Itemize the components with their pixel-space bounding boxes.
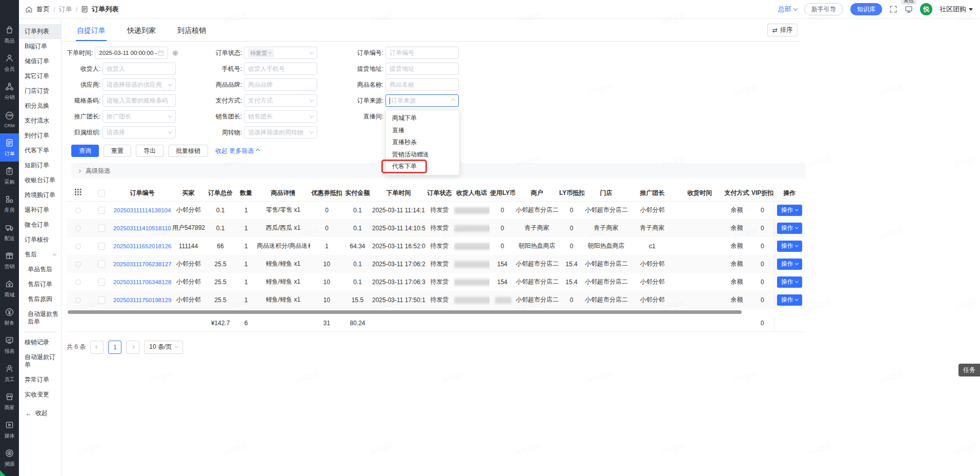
collapse-sidebar-button[interactable]: ←收起 [19,409,61,418]
row-checkbox[interactable] [98,207,105,214]
submenu-item[interactable]: 售后原因 [19,292,61,307]
dropdown-option[interactable]: 直播 [386,125,459,137]
status-tag[interactable]: 待发货× [248,49,274,57]
filter-input[interactable]: 提货地址 [385,63,459,75]
export-button[interactable]: 导出 [136,145,164,157]
submenu-item[interactable]: 支付流水 [19,113,61,128]
filter-input[interactable]: 订单编号 [385,47,459,59]
client-status[interactable]: 离线 [905,5,913,13]
row-radio[interactable] [75,208,81,213]
guide-button[interactable]: 新手引导 [804,3,843,15]
submenu-item[interactable]: 跨境购订单 [19,188,61,203]
sidebar-item-reports[interactable]: 报表 [0,331,19,359]
row-action-button[interactable]: 操作 [777,259,802,270]
sidebar-item-media[interactable]: 媒体 [0,415,19,444]
filter-input[interactable]: 请选择 [103,126,176,138]
submenu-item[interactable]: 实收变更 [19,387,61,402]
close-icon[interactable]: × [269,50,272,56]
select-all-checkbox[interactable] [98,190,105,197]
row-checkbox[interactable] [98,296,105,304]
submenu-item[interactable]: 退补订单 [19,203,61,217]
order-id-link[interactable]: 202503111410518110 [113,225,171,231]
submenu-item[interactable]: 核销记录 [19,335,61,350]
submenu-item[interactable]: 积分兑换 [19,98,61,113]
horizontal-scrollbar[interactable] [68,310,742,314]
tab-自提订单[interactable]: 自提订单 [76,21,107,41]
search-button[interactable]: 查询 [71,145,99,157]
row-checkbox[interactable] [98,225,105,232]
filter-input[interactable]: 推广团长 [103,110,176,123]
submenu-item[interactable]: 收银台订单 [19,173,61,188]
row-radio[interactable] [75,244,81,249]
submenu-item[interactable]: 储值订单 [19,54,61,69]
dropdown-option[interactable]: 直播秒杀 [386,136,459,149]
dropdown-option[interactable]: 商城下单 [386,112,459,125]
order-id-link[interactable]: 202503111706238127 [113,261,171,267]
sort-button[interactable]: ⇄ 排序 [767,24,798,36]
sidebar-item-delivery[interactable]: 配送 [0,218,19,246]
filter-input[interactable]: 请输入完整的规格条码 [103,94,176,107]
row-radio[interactable] [75,262,81,267]
account-menu[interactable]: 社区团购 [940,5,973,14]
filter-input[interactable]: 收货人 [103,63,176,75]
sidebar-item-members[interactable]: 会员 [0,49,19,77]
knowledge-base-button[interactable]: 知识库 [850,3,882,15]
submenu-item[interactable]: 售后 [19,247,61,262]
batch-verify-button[interactable]: 批量核销 [168,145,208,157]
row-action-button[interactable]: 操作 [777,223,802,234]
tab-到店核销[interactable]: 到店核销 [176,21,207,41]
avatar[interactable]: 悦 [920,3,932,15]
submenu-item[interactable]: 其它订单 [19,69,61,84]
breadcrumb-home[interactable]: 首页 [36,5,50,14]
row-radio[interactable] [75,280,81,285]
filter-input[interactable]: 请选择筛选的供应商 [103,78,176,91]
task-tag[interactable]: 任务 [958,364,980,376]
row-radio[interactable] [75,298,81,303]
sidebar-item-orders[interactable]: 订单 [0,133,19,162]
sidebar-item-merchants[interactable]: 商家 [0,387,19,415]
sidebar-item-distribution[interactable]: 分销 [0,77,19,105]
sidebar-item-purchase[interactable]: 采购 [0,162,19,190]
reset-button[interactable]: 重置 [104,145,131,157]
order-id-link[interactable]: 202503111114138104 [114,207,171,213]
submenu-item[interactable]: 订单列表 [19,24,61,39]
row-action-button[interactable]: 操作 [777,276,802,288]
row-radio[interactable] [75,226,81,231]
filter-input[interactable]: 商品名称 [385,78,459,91]
submenu-item[interactable]: 门店订货 [19,84,61,98]
submenu-item[interactable]: 到付订单 [19,128,61,143]
filter-input[interactable]: 支付方式 [244,94,317,107]
submenu-item[interactable]: 售后订单 [19,277,61,292]
submenu-item[interactable]: 异常订单 [19,372,61,387]
prev-page-button[interactable] [90,341,104,354]
sidebar-item-goods[interactable]: 商品 [0,21,19,49]
sidebar-item-finance[interactable]: 财务 [0,303,19,331]
row-checkbox[interactable] [98,261,105,268]
order-id-link[interactable]: 202503111706348128 [113,279,171,285]
row-action-button[interactable]: 操作 [777,294,802,306]
filter-input[interactable]: 请选择筛选的周转物 [244,126,317,138]
submenu-item[interactable]: 单品售后 [19,262,61,277]
submenu-item[interactable]: 订单核价 [19,232,61,247]
dropdown-option[interactable]: 代客下单 [386,161,459,173]
next-page-button[interactable] [126,341,139,354]
column-settings-icon[interactable] [75,190,81,197]
sidebar-item-mall[interactable]: 商城 [0,274,19,303]
row-action-button[interactable]: 操作 [777,205,802,216]
add-time-range-icon[interactable]: ⊕ [172,49,178,57]
submenu-item[interactable]: 自动退款售后单 [19,307,61,329]
sidebar-item-warehouse[interactable]: 库房 [0,190,19,218]
filter-input[interactable]: 订单来源商城下单直播直播秒杀营销活动赠送代客下单 [385,94,459,107]
sidebar-item-staff[interactable]: 员工 [0,359,19,387]
filter-input[interactable]: 收货人手机号 [244,63,317,75]
submenu-item[interactable]: 自动退款订单 [19,350,61,372]
submenu-item[interactable]: 代客下单 [19,143,61,158]
row-action-button[interactable]: 操作 [777,241,802,252]
filter-input[interactable]: 待发货× [244,47,317,59]
tab-快递到家[interactable]: 快递到家 [126,21,157,41]
order-id-link[interactable]: 202503111750198129 [113,297,171,303]
dropdown-option[interactable]: 营销活动赠送 [386,149,459,161]
filter-input[interactable]: 商品品牌 [244,78,317,91]
org-selector[interactable]: 总部 [778,5,797,14]
submenu-item[interactable]: 短剧订单 [19,158,61,173]
